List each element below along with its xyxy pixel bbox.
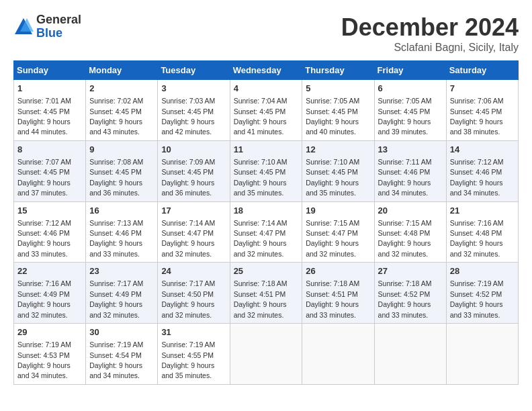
day-info: Sunrise: 7:16 AMSunset: 4:49 PMDaylight:…	[17, 279, 71, 318]
day-info: Sunrise: 7:12 AMSunset: 4:46 PMDaylight:…	[17, 219, 71, 258]
day-number: 14	[450, 144, 515, 156]
day-number: 21	[450, 205, 515, 217]
day-number: 27	[378, 265, 443, 277]
calendar-week-row: 1Sunrise: 7:01 AMSunset: 4:45 PMDaylight…	[14, 80, 519, 141]
calendar-cell: 31Sunrise: 7:19 AMSunset: 4:55 PMDayligh…	[158, 324, 230, 385]
day-number: 22	[17, 265, 82, 277]
calendar-day-header: Sunday	[14, 61, 86, 80]
day-info: Sunrise: 7:06 AMSunset: 4:45 PMDaylight:…	[450, 97, 504, 136]
day-info: Sunrise: 7:14 AMSunset: 4:47 PMDaylight:…	[161, 219, 215, 258]
calendar-cell: 7Sunrise: 7:06 AMSunset: 4:45 PMDaylight…	[446, 80, 518, 141]
calendar-week-row: 15Sunrise: 7:12 AMSunset: 4:46 PMDayligh…	[14, 201, 519, 263]
calendar-cell: 1Sunrise: 7:01 AMSunset: 4:45 PMDaylight…	[14, 80, 86, 141]
calendar-cell: 30Sunrise: 7:19 AMSunset: 4:54 PMDayligh…	[86, 324, 158, 385]
day-number: 30	[89, 326, 154, 338]
day-number: 7	[450, 83, 515, 95]
day-number: 8	[17, 144, 82, 156]
calendar-cell: 14Sunrise: 7:12 AMSunset: 4:46 PMDayligh…	[446, 140, 518, 201]
day-number: 28	[450, 265, 515, 277]
calendar-week-row: 8Sunrise: 7:07 AMSunset: 4:45 PMDaylight…	[14, 140, 519, 201]
day-number: 13	[378, 144, 443, 156]
day-number: 24	[161, 265, 226, 277]
day-info: Sunrise: 7:05 AMSunset: 4:45 PMDaylight:…	[378, 97, 432, 136]
calendar-cell: 4Sunrise: 7:04 AMSunset: 4:45 PMDaylight…	[230, 80, 302, 141]
calendar-cell: 18Sunrise: 7:14 AMSunset: 4:47 PMDayligh…	[230, 201, 302, 263]
calendar-day-header: Tuesday	[158, 61, 230, 80]
day-number: 29	[17, 326, 82, 338]
calendar-cell: 11Sunrise: 7:10 AMSunset: 4:45 PMDayligh…	[230, 140, 302, 201]
main-title: December 2024	[341, 13, 519, 42]
day-info: Sunrise: 7:01 AMSunset: 4:45 PMDaylight:…	[17, 97, 71, 136]
logo: General Blue	[13, 13, 81, 40]
day-info: Sunrise: 7:18 AMSunset: 4:51 PMDaylight:…	[234, 279, 287, 318]
calendar-header-row: SundayMondayTuesdayWednesdayThursdayFrid…	[14, 61, 519, 80]
calendar-body: 1Sunrise: 7:01 AMSunset: 4:45 PMDaylight…	[14, 80, 519, 385]
day-info: Sunrise: 7:15 AMSunset: 4:48 PMDaylight:…	[378, 219, 432, 258]
calendar-cell	[446, 324, 518, 385]
day-info: Sunrise: 7:14 AMSunset: 4:47 PMDaylight:…	[234, 219, 287, 258]
calendar-table: SundayMondayTuesdayWednesdayThursdayFrid…	[13, 60, 519, 385]
day-info: Sunrise: 7:18 AMSunset: 4:51 PMDaylight:…	[306, 279, 359, 318]
day-info: Sunrise: 7:09 AMSunset: 4:45 PMDaylight:…	[161, 158, 215, 197]
day-info: Sunrise: 7:19 AMSunset: 4:54 PMDaylight:…	[89, 340, 143, 379]
calendar-cell: 27Sunrise: 7:18 AMSunset: 4:52 PMDayligh…	[374, 263, 446, 324]
day-number: 4	[234, 83, 299, 95]
day-info: Sunrise: 7:02 AMSunset: 4:45 PMDaylight:…	[89, 97, 143, 136]
day-number: 10	[161, 144, 226, 156]
calendar-day-header: Saturday	[446, 61, 518, 80]
day-info: Sunrise: 7:17 AMSunset: 4:49 PMDaylight:…	[89, 279, 143, 318]
calendar-cell: 9Sunrise: 7:08 AMSunset: 4:45 PMDaylight…	[86, 140, 158, 201]
day-info: Sunrise: 7:19 AMSunset: 4:55 PMDaylight:…	[161, 340, 215, 379]
calendar-cell: 26Sunrise: 7:18 AMSunset: 4:51 PMDayligh…	[302, 263, 374, 324]
calendar-cell: 15Sunrise: 7:12 AMSunset: 4:46 PMDayligh…	[14, 201, 86, 263]
logo-blue: Blue	[36, 27, 81, 40]
day-info: Sunrise: 7:19 AMSunset: 4:53 PMDaylight:…	[17, 340, 71, 379]
day-info: Sunrise: 7:15 AMSunset: 4:47 PMDaylight:…	[306, 219, 359, 258]
calendar-cell	[230, 324, 302, 385]
calendar-cell: 5Sunrise: 7:05 AMSunset: 4:45 PMDaylight…	[302, 80, 374, 141]
day-info: Sunrise: 7:04 AMSunset: 4:45 PMDaylight:…	[234, 97, 287, 136]
logo-icon	[13, 17, 34, 37]
calendar-cell: 28Sunrise: 7:19 AMSunset: 4:52 PMDayligh…	[446, 263, 518, 324]
day-number: 6	[378, 83, 443, 95]
day-info: Sunrise: 7:17 AMSunset: 4:50 PMDaylight:…	[161, 279, 215, 318]
title-area: December 2024 Sclafani Bagni, Sicily, It…	[341, 13, 519, 54]
calendar-cell: 22Sunrise: 7:16 AMSunset: 4:49 PMDayligh…	[14, 263, 86, 324]
calendar-cell: 29Sunrise: 7:19 AMSunset: 4:53 PMDayligh…	[14, 324, 86, 385]
calendar-day-header: Wednesday	[230, 61, 302, 80]
day-number: 11	[234, 144, 299, 156]
calendar-cell: 21Sunrise: 7:16 AMSunset: 4:48 PMDayligh…	[446, 201, 518, 263]
day-number: 5	[306, 83, 370, 95]
day-info: Sunrise: 7:10 AMSunset: 4:45 PMDaylight:…	[306, 158, 359, 197]
day-number: 19	[306, 205, 370, 217]
day-number: 17	[161, 205, 226, 217]
day-number: 26	[306, 265, 370, 277]
calendar-cell: 12Sunrise: 7:10 AMSunset: 4:45 PMDayligh…	[302, 140, 374, 201]
calendar-cell: 3Sunrise: 7:03 AMSunset: 4:45 PMDaylight…	[158, 80, 230, 141]
day-number: 9	[89, 144, 154, 156]
day-number: 1	[17, 83, 82, 95]
calendar-cell: 13Sunrise: 7:11 AMSunset: 4:46 PMDayligh…	[374, 140, 446, 201]
calendar-cell: 19Sunrise: 7:15 AMSunset: 4:47 PMDayligh…	[302, 201, 374, 263]
day-info: Sunrise: 7:18 AMSunset: 4:52 PMDaylight:…	[378, 279, 432, 318]
day-number: 15	[17, 205, 82, 217]
day-info: Sunrise: 7:13 AMSunset: 4:46 PMDaylight:…	[89, 219, 143, 258]
calendar-cell	[374, 324, 446, 385]
day-number: 25	[234, 265, 299, 277]
calendar-cell: 24Sunrise: 7:17 AMSunset: 4:50 PMDayligh…	[158, 263, 230, 324]
calendar-week-row: 29Sunrise: 7:19 AMSunset: 4:53 PMDayligh…	[14, 324, 519, 385]
calendar-cell: 8Sunrise: 7:07 AMSunset: 4:45 PMDaylight…	[14, 140, 86, 201]
calendar-day-header: Monday	[86, 61, 158, 80]
calendar-cell: 20Sunrise: 7:15 AMSunset: 4:48 PMDayligh…	[374, 201, 446, 263]
calendar-cell: 23Sunrise: 7:17 AMSunset: 4:49 PMDayligh…	[86, 263, 158, 324]
day-info: Sunrise: 7:12 AMSunset: 4:46 PMDaylight:…	[450, 158, 504, 197]
day-info: Sunrise: 7:05 AMSunset: 4:45 PMDaylight:…	[306, 97, 359, 136]
calendar-day-header: Friday	[374, 61, 446, 80]
calendar-cell: 10Sunrise: 7:09 AMSunset: 4:45 PMDayligh…	[158, 140, 230, 201]
day-number: 31	[161, 326, 226, 338]
day-number: 18	[234, 205, 299, 217]
day-info: Sunrise: 7:07 AMSunset: 4:45 PMDaylight:…	[17, 158, 71, 197]
day-number: 3	[161, 83, 226, 95]
sub-title: Sclafani Bagni, Sicily, Italy	[341, 42, 519, 54]
day-info: Sunrise: 7:16 AMSunset: 4:48 PMDaylight:…	[450, 219, 504, 258]
